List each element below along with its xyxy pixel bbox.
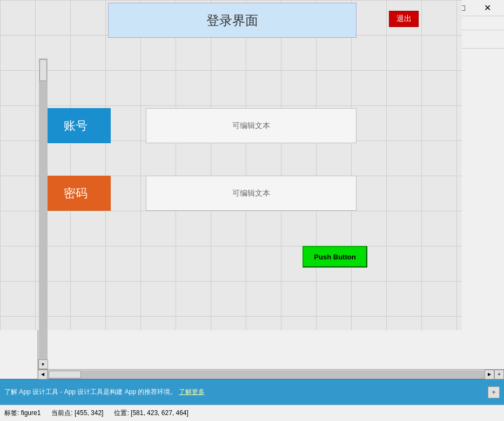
push-button[interactable]: Push Button (303, 246, 367, 268)
right-scrollbar: ▲ ▼ (38, 49, 48, 369)
password-label[interactable]: 密码 (41, 176, 111, 211)
title-widget-text: 登录界面 (206, 12, 258, 29)
account-label[interactable]: 账号 (41, 108, 111, 143)
hscroll-track[interactable] (48, 370, 485, 379)
close-button[interactable]: ✕ (475, 0, 500, 16)
current-point: 当前点: [455, 342] (51, 409, 103, 418)
statusbar: 标签: figure1 当前点: [455, 342] 位置: [581, 42… (0, 405, 504, 421)
exit-button[interactable]: 退出 (389, 11, 419, 27)
info-expand-button[interactable]: + (488, 386, 500, 398)
hscroll-thumb[interactable] (49, 371, 81, 378)
info-link[interactable]: 了解更多 (179, 387, 205, 397)
scroll-track[interactable] (39, 58, 48, 359)
hscroll-right-arrow[interactable]: ▶ (485, 370, 494, 379)
password-edit[interactable]: 可编辑文本 (146, 176, 357, 211)
design-canvas[interactable]: 登录界面 退出 账号 可编辑文本 密码 (0, 0, 462, 330)
hscroll-end[interactable]: + (494, 370, 504, 379)
account-edit[interactable]: 可编辑文本 (146, 108, 357, 143)
title-widget: 登录界面 (108, 3, 357, 38)
position-label: 位置: [581, 423, 627, 464] (114, 409, 188, 418)
info-panel: 了解 App 设计工具 - App 设计工具是构建 App 的推荐环境。 了解更… (0, 379, 504, 405)
main-layout: ↖ OK ≡ ● ☑ EDIT TXT ⊟ ▦ TOG ⊡ 📈 ⚙ T↕ ✕ 登… (0, 49, 504, 379)
scroll-thumb[interactable] (39, 59, 47, 81)
scroll-down-arrow[interactable]: ▼ (38, 359, 48, 369)
info-text: 了解 App 设计工具 - App 设计工具是构建 App 的推荐环境。 (4, 387, 177, 397)
canvas-wrapper: 登录界面 退出 账号 可编辑文本 密码 (38, 49, 504, 379)
bottom-scrollbar: ◀ ▶ + (38, 369, 504, 379)
hscroll-left-arrow[interactable]: ◀ (38, 370, 48, 379)
canvas-and-scroll: 登录界面 退出 账号 可编辑文本 密码 (38, 49, 504, 369)
figure-label: 标签: figure1 (4, 409, 41, 418)
